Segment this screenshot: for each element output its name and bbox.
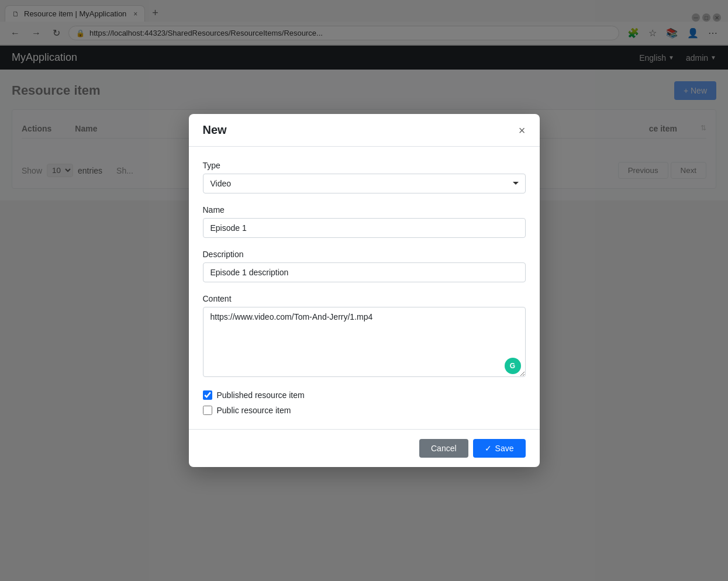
type-label: Type: [203, 161, 526, 170]
type-field-group: Type Video Audio Document Image: [203, 161, 526, 193]
modal-overlay: New × Type Video Audio Document Image Na…: [0, 0, 728, 200]
modal-title: New: [203, 123, 227, 137]
modal-header: New ×: [189, 114, 540, 147]
new-resource-modal: New × Type Video Audio Document Image Na…: [189, 114, 540, 200]
modal-close-btn[interactable]: ×: [519, 124, 526, 136]
type-select[interactable]: Video Audio Document Image: [203, 174, 526, 193]
modal-body: Type Video Audio Document Image Name Des…: [189, 147, 540, 200]
